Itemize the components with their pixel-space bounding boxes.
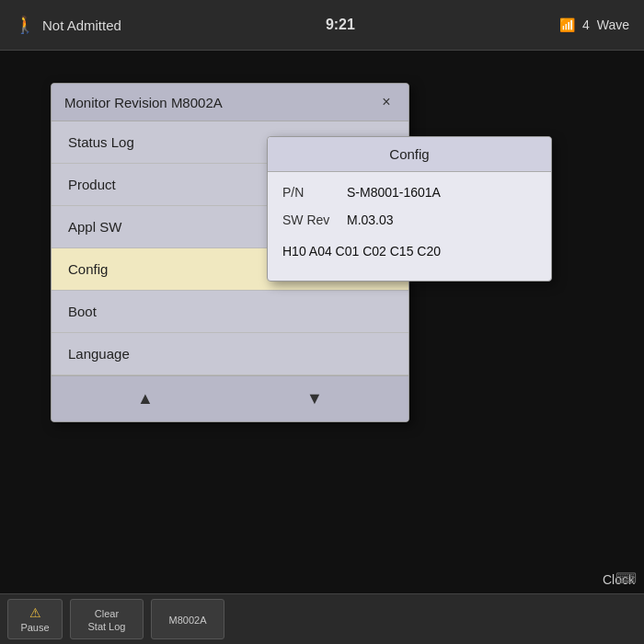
wave-indicator-icon: 📶 [559,17,575,32]
pause-label: Pause [20,622,49,633]
pn-label: P/N [282,185,347,200]
pn-value: S-M8001-1601A [347,185,441,200]
sub-panel-title: Config [268,137,551,172]
close-button[interactable]: × [377,93,396,111]
pause-icon: ⚠ [29,605,41,620]
clear-stat-log-button[interactable]: Clear Stat Log [70,599,144,639]
menu-item-boot[interactable]: Boot [52,291,408,333]
bottom-bar: ⚠ Pause Clear Stat Log M8002A [0,593,644,644]
device-info-button[interactable]: M8002A [151,599,224,639]
modal-title: Monitor Revision M8002A [64,95,223,110]
wave-label: Wave [597,17,629,32]
sw-rev-value: M.03.03 [347,213,394,227]
person-icon: 🚶 [15,15,35,35]
patient-status-area: 🚶 Not Admitted [15,15,121,35]
clear-label: Clear [95,608,119,619]
pn-row: P/N S-M8001-1601A [282,185,536,200]
time-display: 9:21 [326,17,355,33]
menu-item-language[interactable]: Language [52,333,408,375]
sw-rev-label: SW Rev [282,213,347,227]
sub-panel-body: P/N S-M8001-1601A SW Rev M.03.03 H10 A04… [268,172,551,281]
wave-area: 📶 4 Wave [559,17,629,32]
config-codes: H10 A04 C01 C02 C15 C20 [282,240,536,262]
stat-log-label: Stat Log [88,621,126,632]
status-bar: 🚶 Not Admitted 9:21 📶 4 Wave [0,0,644,51]
modal-header: Monitor Revision M8002A × [52,84,408,121]
patient-status-text: Not Admitted [42,17,121,33]
modal-footer: ▲ ▼ [52,375,408,421]
config-sub-panel: Config P/N S-M8001-1601A SW Rev M.03.03 … [267,136,552,282]
wave-count: 4 [582,17,590,32]
device-label: M8002A [169,615,207,626]
keyboard-icon: ⌨ [615,569,637,587]
sw-rev-row: SW Rev M.03.03 [282,213,536,227]
scroll-down-button[interactable]: ▼ [288,385,341,412]
scroll-up-button[interactable]: ▲ [119,385,172,412]
pause-button[interactable]: ⚠ Pause [7,599,63,639]
